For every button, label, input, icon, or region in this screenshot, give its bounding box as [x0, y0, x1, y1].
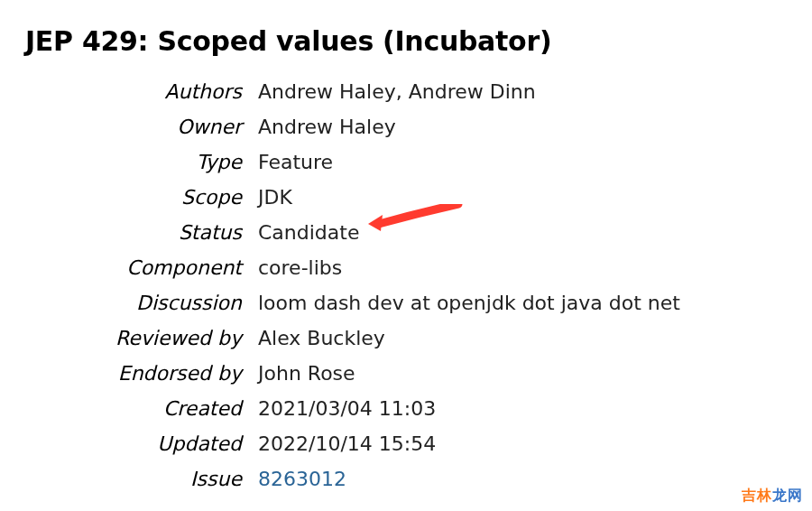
label-status: Status — [25, 218, 242, 247]
value-type: Feature — [258, 147, 787, 177]
value-owner: Andrew Haley — [258, 112, 787, 142]
metadata-table: Authors Andrew Haley, Andrew Dinn Owner … — [25, 77, 787, 494]
label-owner: Owner — [25, 112, 242, 142]
watermark-part2: 龙网 — [772, 487, 803, 504]
value-scope: JDK — [258, 182, 787, 212]
label-created: Created — [25, 394, 242, 423]
value-reviewed-by: Alex Buckley — [258, 323, 787, 353]
page-title: JEP 429: Scoped values (Incubator) — [25, 25, 787, 57]
value-issue: 8263012 — [258, 464, 787, 494]
value-endorsed-by: John Rose — [258, 358, 787, 388]
label-authors: Authors — [25, 77, 242, 107]
watermark-part1: 吉林 — [742, 487, 772, 504]
issue-link[interactable]: 8263012 — [258, 468, 346, 490]
value-created: 2021/03/04 11:03 — [258, 394, 787, 423]
label-component: Component — [25, 253, 242, 283]
value-component: core-libs — [258, 253, 787, 283]
value-status: Candidate — [258, 218, 787, 247]
value-discussion: loom dash dev at openjdk dot java dot ne… — [258, 288, 787, 318]
label-issue: Issue — [25, 464, 242, 494]
label-reviewed-by: Reviewed by — [25, 323, 242, 353]
label-discussion: Discussion — [25, 288, 242, 318]
label-type: Type — [25, 147, 242, 177]
label-updated: Updated — [25, 429, 242, 459]
watermark: 吉林龙网 — [742, 487, 803, 506]
value-updated: 2022/10/14 15:54 — [258, 429, 787, 459]
value-authors: Andrew Haley, Andrew Dinn — [258, 77, 787, 107]
label-endorsed-by: Endorsed by — [25, 358, 242, 388]
label-scope: Scope — [25, 182, 242, 212]
